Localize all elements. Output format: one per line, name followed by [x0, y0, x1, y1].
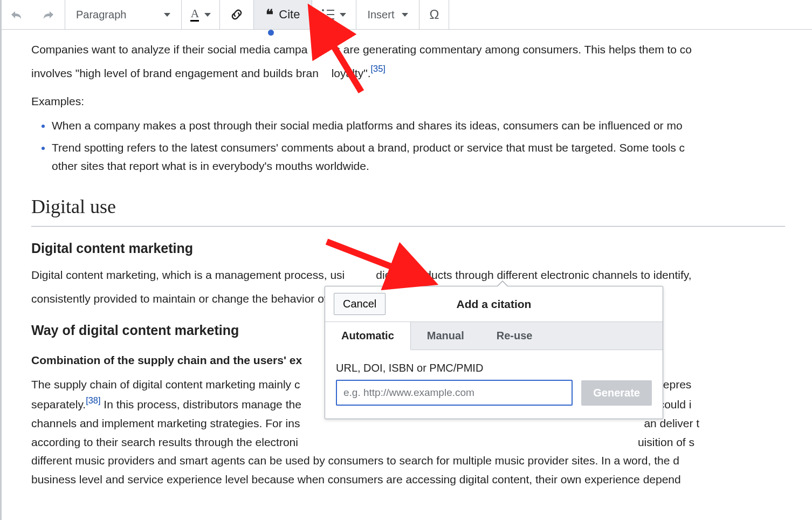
insert-selector[interactable]: Insert: [356, 0, 419, 29]
text-fragment: according to their search results throug…: [31, 436, 298, 448]
text-style-icon: A: [190, 8, 199, 22]
text-format-button[interactable]: A: [182, 0, 220, 29]
special-char-button[interactable]: Ω: [419, 0, 449, 29]
dialog-header: Cancel Add a citation: [325, 286, 663, 321]
tab-automatic[interactable]: Automatic: [325, 322, 411, 350]
editor-content[interactable]: Companies want to analyze if their socia…: [0, 30, 812, 489]
list-button[interactable]: [312, 0, 356, 29]
text-fragment: business level and service experience le…: [31, 473, 681, 485]
dialog-tabs: Automatic Manual Re-use: [325, 321, 663, 350]
cite-button[interactable]: ❝ Cite: [254, 0, 312, 29]
list-item[interactable]: When a company makes a post through thei…: [52, 117, 785, 135]
section-heading[interactable]: Digital use: [31, 191, 785, 227]
citation-url-input[interactable]: [336, 380, 573, 406]
redo-icon: [42, 9, 55, 20]
text-fragment: loyalty".: [328, 67, 371, 79]
reference-link[interactable]: [35]: [370, 64, 385, 73]
text-fragment: In this process, distributors manage the: [100, 398, 301, 410]
subsection-heading[interactable]: Digital content marketing: [31, 237, 785, 259]
omega-icon: Ω: [429, 7, 439, 22]
text-fragment: The supply chain of digital content mark…: [31, 378, 300, 391]
text-fragment: s are generating commentary among consum…: [334, 43, 692, 56]
chevron-down-icon: [402, 13, 408, 17]
list-item[interactable]: Trend spotting refers to the latest cons…: [52, 139, 785, 176]
text-fragment: digital products through different elect…: [376, 269, 691, 281]
tab-reuse[interactable]: Re-use: [480, 322, 549, 350]
citation-input-label: URL, DOI, ISBN or PMC/PMID: [336, 362, 652, 374]
undo-icon: [10, 9, 23, 20]
dialog-input-row: Generate: [336, 380, 652, 406]
text-fragment: uisition of s: [638, 436, 694, 448]
text-fragment: separately.: [31, 398, 86, 410]
link-button[interactable]: [220, 0, 254, 29]
examples-label: Examples:: [31, 92, 785, 111]
cancel-button[interactable]: Cancel: [334, 293, 386, 315]
paragraph-style-label: Paragraph: [76, 9, 126, 21]
tab-manual[interactable]: Manual: [411, 322, 480, 350]
reference-link[interactable]: [38]: [86, 395, 100, 405]
insert-label: Insert: [367, 9, 394, 21]
chevron-down-icon: [340, 13, 346, 17]
cite-label: Cite: [279, 8, 300, 22]
text-fragment: other sites that report what is in every…: [52, 160, 369, 172]
quote-icon: ❝: [266, 6, 273, 23]
text-fragment: involves "high level of brand engagement…: [31, 67, 319, 79]
paragraph-text[interactable]: Digital content marketing, which is a ma…: [31, 266, 785, 285]
text-fragment: Digital content marketing, which is a ma…: [31, 269, 345, 281]
generate-button[interactable]: Generate: [581, 380, 652, 406]
chevron-down-icon: [164, 13, 170, 17]
text-fragment: Companies want to analyze if their socia…: [31, 43, 307, 56]
redo-button[interactable]: [32, 0, 65, 29]
paragraph-text[interactable]: Companies want to analyze if their socia…: [31, 40, 785, 59]
text-fragment: channels and implement marketing strateg…: [31, 417, 300, 429]
paragraph-style-selector[interactable]: Paragraph: [65, 0, 182, 29]
dialog-body: URL, DOI, ISBN or PMC/PMID Generate: [325, 350, 663, 419]
link-icon: [230, 8, 244, 22]
bullet-list: When a company makes a post through thei…: [31, 117, 785, 176]
add-citation-dialog: Cancel Add a citation Automatic Manual R…: [325, 286, 663, 419]
undo-button[interactable]: [0, 0, 32, 29]
paragraph-text[interactable]: involves "high level of brand engagement…: [31, 63, 785, 83]
chevron-down-icon: [204, 13, 211, 17]
editor-toolbar: Paragraph A ❝ Cite Insert Ω: [0, 0, 812, 30]
text-fragment: Trend spotting refers to the latest cons…: [52, 141, 685, 154]
text-fragment: different music providers and smart agen…: [31, 454, 679, 467]
bullet-list-icon: [322, 9, 334, 20]
